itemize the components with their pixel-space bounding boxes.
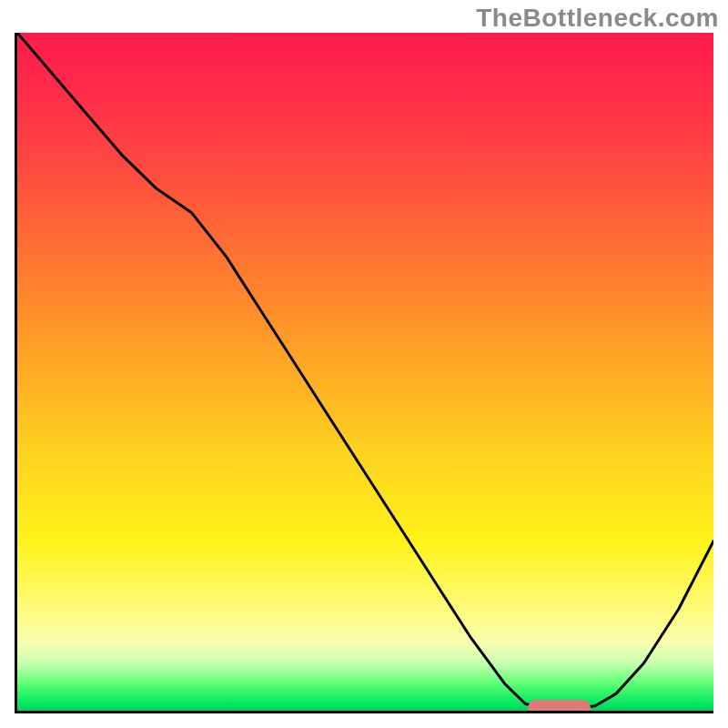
watermark-text: TheBottleneck.com — [476, 4, 719, 33]
plot-area — [15, 33, 713, 713]
bottleneck-curve — [17, 33, 713, 711]
optimal-range-marker — [528, 700, 591, 713]
bottleneck-chart: TheBottleneck.com — [0, 0, 728, 728]
curve-path — [17, 33, 713, 709]
